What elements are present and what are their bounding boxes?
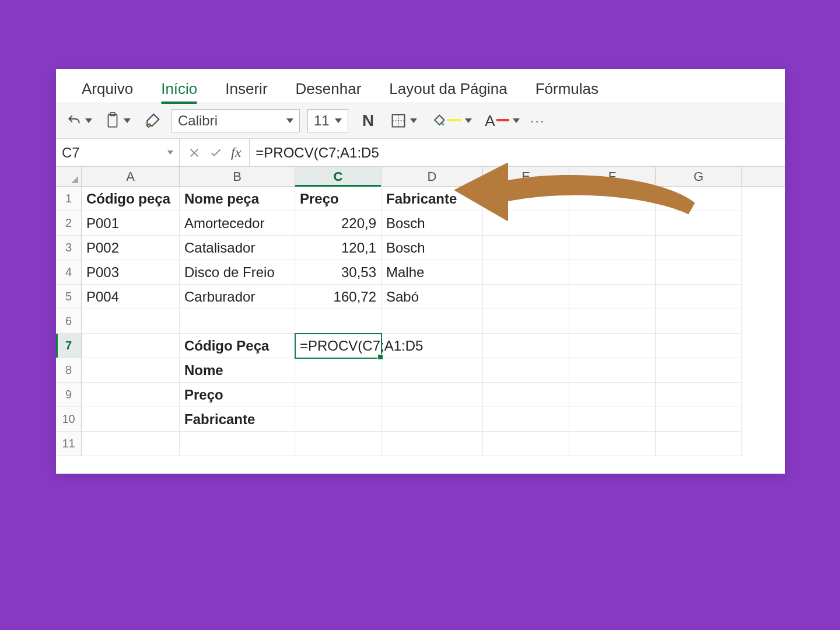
cell-F11[interactable] <box>569 432 656 456</box>
column-header-D[interactable]: D <box>382 167 483 186</box>
cell-D10[interactable] <box>382 407 483 432</box>
cell-D3[interactable]: Bosch <box>382 236 483 260</box>
cell-E5[interactable] <box>483 285 569 309</box>
cell-G11[interactable] <box>656 432 742 456</box>
cell-C2[interactable]: 220,9 <box>295 211 382 236</box>
cell-D2[interactable]: Bosch <box>382 211 483 236</box>
cell-D5[interactable]: Sabó <box>382 285 483 309</box>
cell-B6[interactable] <box>180 309 295 334</box>
cell-E11[interactable] <box>483 432 569 456</box>
cell-F4[interactable] <box>569 260 656 285</box>
confirm-formula-button[interactable] <box>209 146 223 159</box>
row-header[interactable]: 6 <box>56 309 82 334</box>
bold-button[interactable]: N <box>356 111 380 130</box>
cell-C7[interactable]: =PROCV(C7;A1:D5 <box>295 334 382 358</box>
cell-B2[interactable]: Amortecedor <box>180 211 295 236</box>
select-all-corner[interactable] <box>56 167 82 186</box>
more-commands-button[interactable]: ··· <box>530 113 545 129</box>
cell-A9[interactable] <box>82 383 180 407</box>
cell-B4[interactable]: Disco de Freio <box>180 260 295 285</box>
cell-E3[interactable] <box>483 236 569 260</box>
row-header[interactable]: 3 <box>56 236 82 260</box>
cell-B5[interactable]: Carburador <box>180 285 295 309</box>
tab-arquivo[interactable]: Arquivo <box>68 74 147 103</box>
cell-G2[interactable] <box>656 211 742 236</box>
cell-A8[interactable] <box>82 358 180 383</box>
formula-input[interactable]: =PROCV(C7;A1:D5 <box>250 139 785 166</box>
cell-B9[interactable]: Preço <box>180 383 295 407</box>
paste-button[interactable] <box>103 110 133 132</box>
format-painter-button[interactable] <box>141 110 163 132</box>
cell-D6[interactable] <box>382 309 483 334</box>
cell-C11[interactable] <box>295 432 382 456</box>
cell-G10[interactable] <box>656 407 742 432</box>
cell-F2[interactable] <box>569 211 656 236</box>
borders-button[interactable] <box>388 110 419 131</box>
tab-inicio[interactable]: Início <box>147 74 211 103</box>
tab-inserir[interactable]: Inserir <box>211 74 281 103</box>
undo-button[interactable] <box>64 111 94 131</box>
cell-D1[interactable]: Fabricante <box>382 187 483 211</box>
cell-C9[interactable] <box>295 383 382 407</box>
cell-F7[interactable] <box>569 334 656 358</box>
tab-desenhar[interactable]: Desenhar <box>282 74 376 103</box>
row-header[interactable]: 5 <box>56 285 82 309</box>
cancel-formula-button[interactable] <box>188 146 201 159</box>
cell-F9[interactable] <box>569 383 656 407</box>
font-name-select[interactable]: Calibri <box>172 109 300 132</box>
tab-layout-pagina[interactable]: Layout da Página <box>375 74 521 103</box>
cell-G6[interactable] <box>656 309 742 334</box>
row-header[interactable]: 9 <box>56 383 82 407</box>
cell-A10[interactable] <box>82 407 180 432</box>
row-header[interactable]: 11 <box>56 432 82 456</box>
cell-C3[interactable]: 120,1 <box>295 236 382 260</box>
cell-D8[interactable] <box>382 358 483 383</box>
cell-B8[interactable]: Nome <box>180 358 295 383</box>
cell-G9[interactable] <box>656 383 742 407</box>
row-header[interactable]: 1 <box>56 187 82 211</box>
cell-F3[interactable] <box>569 236 656 260</box>
cell-C1[interactable]: Preço <box>295 187 382 211</box>
row-header[interactable]: 4 <box>56 260 82 285</box>
cell-G3[interactable] <box>656 236 742 260</box>
cell-A6[interactable] <box>82 309 180 334</box>
cell-E7[interactable] <box>483 334 569 358</box>
cell-B11[interactable] <box>180 432 295 456</box>
cell-B10[interactable]: Fabricante <box>180 407 295 432</box>
cell-E1[interactable] <box>483 187 569 211</box>
cell-B7[interactable]: Código Peça <box>180 334 295 358</box>
column-header-C[interactable]: C <box>295 167 382 186</box>
column-header-F[interactable]: F <box>569 167 656 186</box>
cell-F10[interactable] <box>569 407 656 432</box>
cell-F1[interactable] <box>569 187 656 211</box>
cell-A7[interactable] <box>82 334 180 358</box>
column-header-E[interactable]: E <box>483 167 569 186</box>
cell-F8[interactable] <box>569 358 656 383</box>
font-size-select[interactable]: 11 <box>307 109 348 132</box>
cell-C6[interactable] <box>295 309 382 334</box>
cell-E9[interactable] <box>483 383 569 407</box>
cell-C8[interactable] <box>295 358 382 383</box>
font-color-button[interactable]: A <box>482 110 522 132</box>
cell-G7[interactable] <box>656 334 742 358</box>
cell-A2[interactable]: P001 <box>82 211 180 236</box>
tab-formulas[interactable]: Fórmulas <box>522 74 612 103</box>
cell-D4[interactable]: Malhe <box>382 260 483 285</box>
cell-E6[interactable] <box>483 309 569 334</box>
cell-G5[interactable] <box>656 285 742 309</box>
cell-A1[interactable]: Código peça <box>82 187 180 211</box>
fill-color-button[interactable] <box>428 110 474 131</box>
cell-C5[interactable]: 160,72 <box>295 285 382 309</box>
cell-G1[interactable] <box>656 187 742 211</box>
cell-E4[interactable] <box>483 260 569 285</box>
cell-F5[interactable] <box>569 285 656 309</box>
column-header-A[interactable]: A <box>82 167 180 186</box>
row-header[interactable]: 10 <box>56 407 82 432</box>
cell-A4[interactable]: P003 <box>82 260 180 285</box>
row-header[interactable]: 7 <box>56 334 82 358</box>
row-header[interactable]: 8 <box>56 358 82 383</box>
cell-C4[interactable]: 30,53 <box>295 260 382 285</box>
cell-G8[interactable] <box>656 358 742 383</box>
cell-D11[interactable] <box>382 432 483 456</box>
fx-button[interactable]: fx <box>231 145 241 160</box>
